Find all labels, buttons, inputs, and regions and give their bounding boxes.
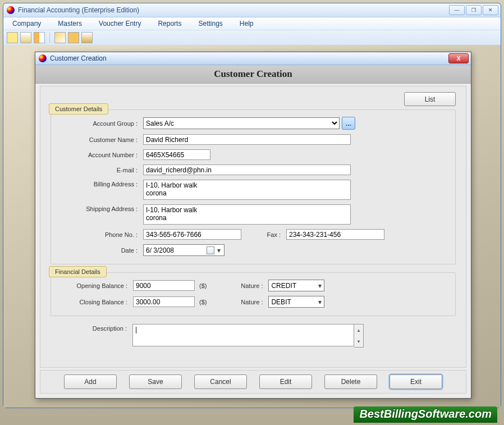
save-button[interactable]: Save [129, 374, 182, 389]
main-window: Financial Accounting (Enterprise Edition… [3, 3, 501, 408]
nature-1-value: CREDIT [271, 282, 296, 290]
dialog-heading: Customer Creation [35, 65, 471, 84]
customer-name-input[interactable] [143, 134, 351, 145]
label-nature-1: Nature : [207, 282, 268, 289]
toolbar-btn-3[interactable] [34, 32, 45, 43]
nature-1-select[interactable]: CREDIT ▾ [268, 280, 324, 291]
app-icon [7, 6, 15, 14]
closing-currency: ($) [199, 299, 207, 305]
label-closing: Closing Balance : [59, 299, 133, 305]
opening-balance-input[interactable] [133, 280, 195, 291]
maximize-button[interactable]: ❐ [466, 5, 482, 15]
edit-button[interactable]: Edit [259, 374, 312, 389]
dialog-title: Customer Creation [50, 54, 448, 62]
label-email: E-mail : [59, 167, 143, 173]
content-area: Customer Creation X Customer Creation Li… [3, 45, 501, 408]
chevron-down-icon[interactable]: ▾ [216, 246, 222, 254]
label-fax: Fax : [241, 231, 286, 238]
label-opening: Opening Balance : [59, 282, 133, 289]
screen: Financial Accounting (Enterprise Edition… [0, 0, 504, 425]
menu-settings[interactable]: Settings [195, 18, 226, 29]
chevron-down-icon: ▾ [318, 282, 322, 290]
financial-details-legend: Financial Details [49, 266, 107, 277]
financial-details-group: Financial Details Opening Balance : ($) … [51, 272, 456, 316]
date-input[interactable]: 6/ 3/2008 ▾ [143, 244, 224, 256]
toolbar-btn-2[interactable] [20, 32, 31, 43]
label-phone: Phone No. : [59, 231, 143, 238]
phone-input[interactable] [143, 229, 241, 240]
toolbar-btn-5[interactable] [68, 32, 79, 43]
menu-company[interactable]: Company [9, 18, 44, 29]
minimize-button[interactable]: — [449, 5, 465, 15]
customer-details-group: Customer Details Account Group : Sales A… [51, 109, 456, 264]
app-title: Financial Accounting (Enterprise Edition… [18, 6, 449, 14]
menu-help[interactable]: Help [236, 18, 257, 29]
dialog-close-button[interactable]: X [448, 53, 469, 63]
shipping-address-input[interactable] [143, 204, 351, 225]
dialog-footer: Add Save Cancel Edit Delete Exit [40, 370, 466, 394]
dialog-titlebar: Customer Creation X [35, 52, 471, 65]
chevron-down-icon: ▾ [318, 298, 322, 306]
description-input[interactable] [132, 324, 354, 346]
account-group-select[interactable]: Sales A/c [143, 117, 340, 129]
menu-reports[interactable]: Reports [154, 18, 185, 29]
email-input[interactable] [143, 164, 351, 175]
dialog-body: List Customer Details Account Group : Sa… [40, 86, 466, 368]
menu-voucher-entry[interactable]: Voucher Entry [95, 18, 144, 29]
nature-2-value: DEBIT [271, 298, 291, 306]
account-number-input[interactable] [143, 149, 210, 160]
fax-input[interactable] [286, 229, 384, 240]
opening-currency: ($) [199, 282, 207, 289]
billing-address-input[interactable] [143, 180, 351, 200]
watermark: BestBillingSoftware.com [354, 406, 497, 423]
toolbar-btn-6[interactable] [81, 32, 93, 43]
exit-button[interactable]: Exit [390, 374, 442, 389]
label-billing: Billing Address : [59, 180, 143, 188]
menubar: Company Masters Voucher Entry Reports Se… [3, 17, 501, 30]
customer-details-legend: Customer Details [49, 103, 108, 115]
label-nature-2: Nature : [207, 299, 268, 305]
titlebar: Financial Accounting (Enterprise Edition… [3, 3, 501, 17]
window-buttons: — ❐ ✕ [449, 5, 498, 15]
label-shipping: Shipping Address : [59, 204, 143, 212]
label-description: Description : [51, 324, 132, 332]
toolbar-btn-4[interactable] [54, 32, 66, 43]
toolbar [3, 30, 501, 45]
calendar-icon[interactable] [207, 246, 214, 254]
list-button[interactable]: List [404, 92, 456, 106]
spin-up-icon[interactable]: ▲ [354, 325, 363, 336]
spin-down-icon[interactable]: ▼ [354, 336, 363, 347]
label-customer-name: Customer Name : [59, 136, 143, 143]
toolbar-btn-1[interactable] [7, 32, 18, 43]
delete-button[interactable]: Delete [324, 374, 377, 389]
add-button[interactable]: Add [64, 374, 117, 389]
menu-masters[interactable]: Masters [54, 18, 85, 29]
closing-balance-input[interactable] [133, 296, 195, 307]
customer-creation-dialog: Customer Creation X Customer Creation Li… [35, 52, 471, 399]
account-group-browse-button[interactable]: … [342, 117, 355, 130]
date-value: 6/ 3/2008 [146, 246, 174, 254]
dialog-icon [39, 54, 47, 62]
cancel-button[interactable]: Cancel [194, 374, 247, 389]
label-account-group: Account Group : [59, 120, 143, 127]
nature-2-select[interactable]: DEBIT ▾ [268, 296, 324, 308]
label-account-number: Account Number : [59, 152, 143, 158]
label-date: Date : [59, 247, 143, 254]
toolbar-separator [49, 32, 50, 43]
description-spinner[interactable]: ▲ ▼ [354, 324, 364, 348]
close-button[interactable]: ✕ [483, 5, 498, 15]
